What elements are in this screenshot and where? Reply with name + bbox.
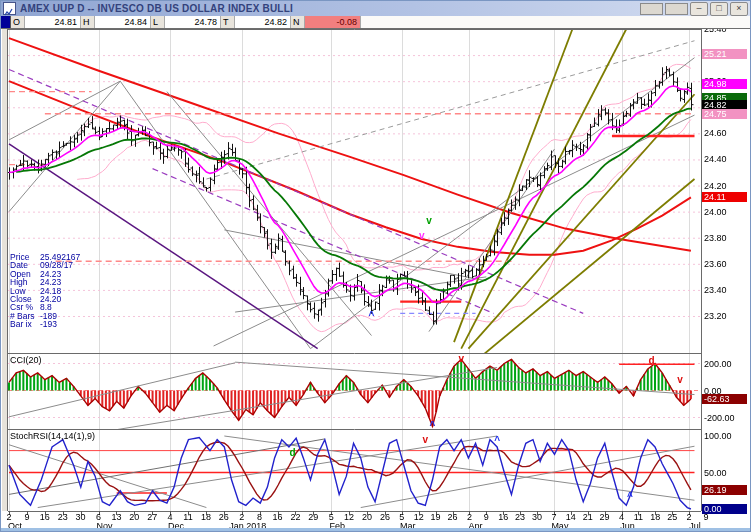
stoch-tick-label: 100.00: [704, 431, 732, 441]
quote-field-label: T: [221, 16, 235, 28]
titlebar-tool-button-1[interactable]: [640, 3, 663, 15]
cci-tick-label: 200.00: [704, 359, 732, 369]
chart-window: AMEX UUP D -- INVESCO DB US DOLLAR INDEX…: [0, 0, 751, 532]
minimize-button[interactable]: –: [690, 2, 708, 16]
stoch-highlight-label: 26.19: [702, 485, 747, 495]
cci-panel-label: CCI(20): [10, 355, 42, 365]
close-button[interactable]: ×: [730, 2, 748, 16]
titlebar-tool-button-2[interactable]: [665, 3, 688, 15]
quote-field-value: 24.82: [235, 16, 291, 28]
info-row-value: -193: [40, 320, 57, 328]
quote-field-label: O: [11, 16, 25, 28]
window-bottom-edge: [1, 528, 750, 531]
price-tick-label: 23.20: [704, 311, 727, 321]
window-title: AMEX UUP D -- INVESCO DB US DOLLAR INDEX…: [20, 3, 638, 14]
cci-tick-label: -200.00: [704, 413, 735, 423]
quote-field-value: 24.78: [165, 16, 221, 28]
series-color-swatch: [1, 16, 11, 28]
price-highlight-label: 24.11: [702, 192, 747, 202]
price-tick-label: 24.40: [704, 154, 727, 164]
info-row-label: Bar ix: [10, 320, 40, 328]
price-tick-label: 24.20: [704, 181, 727, 191]
crosshair-info-panel: Price25.492167Date09/28/17Open24.23High2…: [10, 253, 80, 329]
stoch-tick-label: 50.00: [704, 468, 727, 478]
quote-field-label: L: [151, 16, 165, 28]
quote-field-value: -0.08: [305, 16, 361, 28]
quote-field-label: H: [81, 16, 95, 28]
price-highlight-label: 25.21: [702, 49, 747, 59]
price-tick-label: 23.40: [704, 285, 727, 295]
quote-bar: O24.81H24.84L24.78T24.82N-0.08: [1, 16, 750, 29]
stoch-highlight-label: 0.00: [702, 504, 747, 514]
price-tick-label: 23.80: [704, 233, 727, 243]
quote-field-value: 24.84: [95, 16, 151, 28]
price-tick-label: 23.60: [704, 259, 727, 269]
price-tick-label: 24.60: [704, 128, 727, 138]
app-icon: [3, 2, 16, 15]
maximize-button[interactable]: □: [710, 2, 728, 16]
info-row: Bar ix-193: [10, 320, 80, 328]
quote-field-label: N: [291, 16, 305, 28]
price-highlight-label: 24.75: [702, 109, 747, 119]
cci-highlight-label: -62.63: [702, 394, 747, 404]
stoch-panel-label: StochRSI(14,14(1),9): [10, 431, 95, 441]
title-bar[interactable]: AMEX UUP D -- INVESCO DB US DOLLAR INDEX…: [1, 1, 750, 16]
price-highlight-label: 24.98: [702, 79, 747, 89]
price-tick-label: 24.00: [704, 207, 727, 217]
quote-field-value: 24.81: [25, 16, 81, 28]
chart-canvas[interactable]: [1, 1, 751, 532]
